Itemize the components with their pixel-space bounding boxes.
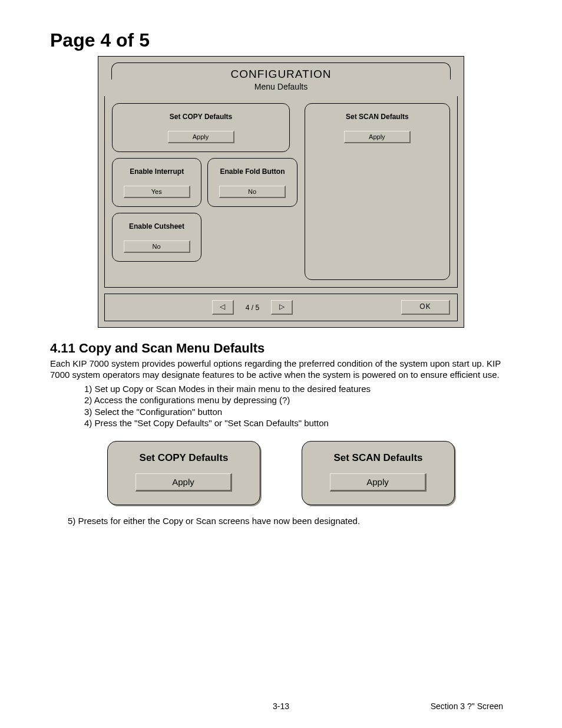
set-copy-defaults-title: Set COPY Defaults	[118, 110, 283, 125]
set-copy-defaults-box: Set COPY Defaults Apply	[112, 103, 290, 152]
closeup-copy-apply-button[interactable]: Apply	[135, 473, 232, 492]
closeup-copy-box: Set COPY Defaults Apply	[107, 441, 260, 505]
set-scan-defaults-apply-button[interactable]: Apply	[344, 131, 411, 143]
section-intro: Each KIP 7000 system provides powerful o…	[50, 358, 512, 381]
config-subtitle: Menu Defaults	[104, 82, 458, 91]
page-indicator: 4 / 5	[246, 304, 259, 312]
closeup-row: Set COPY Defaults Apply Set SCAN Default…	[50, 441, 512, 505]
ok-button[interactable]: OK	[401, 300, 450, 315]
closeup-scan-title: Set SCAN Defaults	[310, 452, 446, 464]
enable-cutsheet-box: Enable Cutsheet No	[112, 213, 201, 262]
closeup-scan-box: Set SCAN Defaults Apply	[302, 441, 455, 505]
enable-interrupt-button[interactable]: Yes	[124, 186, 190, 198]
set-scan-defaults-box: Set SCAN Defaults Apply	[305, 103, 450, 280]
enable-cutsheet-button[interactable]: No	[124, 241, 190, 253]
enable-fold-title: Enable Fold Button	[214, 164, 290, 180]
config-header: CONFIGURATION Menu Defaults	[104, 62, 458, 96]
doc-page-number: 3-13	[273, 701, 289, 711]
pager-group: ◁ 4 / 5 ▷	[212, 300, 293, 315]
steps-list: 1) Set up Copy or Scan Modes in their ma…	[84, 383, 512, 429]
step-3: 3) Select the "Configuration" button	[84, 406, 512, 418]
step-5: 5) Presets for either the Copy or Scan s…	[68, 516, 512, 526]
closeup-scan-apply-button[interactable]: Apply	[330, 473, 427, 492]
prev-page-button[interactable]: ◁	[212, 300, 234, 315]
closeup-copy-title: Set COPY Defaults	[116, 452, 252, 464]
set-scan-defaults-title: Set SCAN Defaults	[311, 110, 444, 125]
enable-fold-button[interactable]: No	[219, 186, 286, 198]
enable-fold-box: Enable Fold Button No	[207, 158, 297, 207]
step-1: 1) Set up Copy or Scan Modes in their ma…	[84, 383, 512, 395]
enable-cutsheet-title: Enable Cutsheet	[118, 219, 195, 235]
config-footer: ◁ 4 / 5 ▷ OK	[104, 294, 458, 321]
enable-interrupt-title: Enable Interrupt	[118, 164, 195, 180]
section-heading: 4.11 Copy and Scan Menu Defaults	[50, 341, 512, 356]
enable-interrupt-box: Enable Interrupt Yes	[112, 158, 201, 207]
doc-section-label: Section 3 ?" Screen	[431, 701, 503, 711]
config-title: CONFIGURATION	[104, 66, 458, 81]
configuration-panel: CONFIGURATION Menu Defaults Set COPY Def…	[98, 56, 464, 328]
step-4: 4) Press the "Set Copy Defaults" or "Set…	[84, 417, 512, 429]
page-heading: Page 4 of 5	[50, 29, 512, 51]
step-2: 2) Access the configurations menu by dep…	[84, 394, 512, 406]
next-page-button[interactable]: ▷	[271, 300, 293, 315]
set-copy-defaults-apply-button[interactable]: Apply	[168, 131, 234, 143]
config-body: Set COPY Defaults Apply Enable Interrupt…	[104, 96, 458, 288]
